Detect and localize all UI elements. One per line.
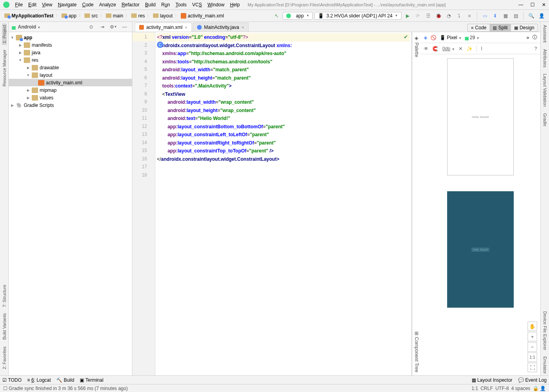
tree-node-gradle[interactable]: ▶🐘Gradle Scripts: [9, 101, 132, 109]
zoom-reset-button[interactable]: 1:1: [528, 352, 537, 362]
menu-vcs[interactable]: VCS: [190, 1, 205, 8]
menu-run[interactable]: Run: [159, 1, 172, 8]
tree-node-activity-main[interactable]: activity_main.xml: [9, 79, 132, 86]
menu-tools[interactable]: Tools: [173, 1, 189, 8]
settings-button[interactable]: ⚙ ▼: [109, 23, 118, 31]
user-button[interactable]: 👤: [537, 11, 546, 20]
code-content[interactable]: <?xml version="1.0" encoding="utf-8"?><a…: [155, 32, 411, 375]
tree-node-app[interactable]: ▼app: [9, 34, 132, 41]
profile-button[interactable]: ◔: [444, 11, 453, 20]
tab-main-activity[interactable]: MainActivity.java×: [193, 23, 249, 32]
apply-changes-button[interactable]: ⟳: [413, 11, 422, 20]
tool-emulator[interactable]: Emulator: [543, 355, 547, 375]
menu-build[interactable]: Build: [143, 1, 158, 8]
tree-node-values[interactable]: ▶values: [9, 94, 132, 101]
menu-analyze[interactable]: Analyze: [97, 1, 119, 8]
tree-node-layout[interactable]: ▼layout: [9, 71, 132, 79]
breadcrumb-item[interactable]: layout: [152, 13, 174, 19]
menu-refactor[interactable]: Refactor: [119, 1, 142, 8]
blueprint-textview[interactable]: Hello World!: [472, 248, 489, 251]
breadcrumb-item[interactable]: res: [130, 13, 146, 19]
code-editor[interactable]: 123456789101112131415161718 <?xml versio…: [132, 32, 412, 375]
tool-event-log[interactable]: 💬 Event Log: [518, 377, 547, 383]
design-surface-button[interactable]: ◈: [424, 35, 427, 40]
tool-terminal[interactable]: ▣ Terminal: [80, 377, 103, 383]
sdk-button[interactable]: ⬇: [491, 11, 499, 20]
cursor-position[interactable]: 1:1: [471, 386, 478, 391]
tool-resource-manager[interactable]: Resource Manager: [2, 48, 7, 88]
palette-tab[interactable]: ◈ Palette: [414, 32, 419, 60]
tool-layout-inspector[interactable]: ▦ Layout Inspector: [472, 377, 513, 383]
tool-device-explorer[interactable]: Device File Explorer: [543, 310, 547, 352]
tree-node-drawable[interactable]: ▶drawable: [9, 64, 132, 71]
encoding[interactable]: UTF-8: [495, 386, 509, 391]
menu-edit[interactable]: Edit: [26, 1, 39, 8]
tab-activity-main[interactable]: activity_main.xml×: [135, 23, 192, 32]
stop-button[interactable]: ■: [465, 11, 474, 20]
tool-build-variants[interactable]: Build Variants: [2, 312, 7, 341]
tool-project[interactable]: 1: Project: [2, 23, 7, 45]
view-code-button[interactable]: ≡ Code: [468, 24, 490, 31]
breadcrumb-item[interactable]: MyApplicationTest: [3, 13, 55, 19]
tree-node-mipmap[interactable]: ▶mipmap: [9, 86, 132, 94]
breadcrumb-item[interactable]: activity_main.xml: [180, 13, 225, 19]
component-tree-tab[interactable]: ⊞ Component Tree: [414, 328, 419, 375]
api-selector[interactable]: ▅ 29 ▼: [465, 35, 480, 40]
tool-logcat[interactable]: ≡ 6: Logcat: [27, 377, 51, 383]
tool-todo[interactable]: ☑ TODO: [2, 377, 22, 383]
zoom-in-button[interactable]: +: [528, 332, 537, 341]
avd-button[interactable]: ▭: [480, 11, 489, 20]
collapse-button[interactable]: ⇥: [98, 23, 107, 31]
menu-code[interactable]: Code: [80, 1, 96, 8]
attach-button[interactable]: ⤵: [455, 11, 463, 20]
close-button[interactable]: ✕: [542, 2, 546, 8]
help-button[interactable]: ?: [534, 46, 537, 51]
eye-button[interactable]: 👁: [424, 46, 428, 51]
tree-node-manifests[interactable]: ▶manifests: [9, 41, 132, 49]
lock-icon[interactable]: 🔒: [533, 386, 539, 391]
hector-icon[interactable]: 👤: [540, 386, 546, 391]
tree-node-java[interactable]: ▶java: [9, 49, 132, 56]
hide-button[interactable]: —: [120, 23, 129, 31]
close-icon[interactable]: ×: [241, 25, 244, 30]
device-dropdown[interactable]: 📱 3.2 HVGA slider (ADP1) API 24 ▼: [314, 12, 402, 20]
tool-gradle[interactable]: Gradle: [543, 112, 547, 128]
tool-layout-validation[interactable]: Layout Validation: [543, 72, 547, 108]
debug-button[interactable]: ☰: [424, 11, 432, 20]
project-view-selector[interactable]: Android ▼: [18, 24, 84, 30]
tool-attributes[interactable]: Attributes: [543, 48, 547, 69]
menu-help[interactable]: Help: [228, 1, 242, 8]
indent[interactable]: 4 spaces: [511, 386, 530, 391]
menu-window[interactable]: Window: [205, 1, 227, 8]
overflow-button[interactable]: »: [526, 35, 529, 40]
maximize-button[interactable]: ☐: [530, 2, 535, 8]
blueprint-preview[interactable]: Hello World!: [447, 191, 514, 308]
layout-inspector-button[interactable]: ▦: [501, 11, 510, 20]
pan-button[interactable]: ✋: [528, 322, 537, 331]
breadcrumb-item[interactable]: app: [60, 13, 78, 19]
view-design-button[interactable]: ▦ Design: [511, 24, 538, 31]
run-config-dropdown[interactable]: app ▼: [283, 12, 313, 20]
tool-build[interactable]: 🔨 Build: [56, 377, 74, 383]
run-button[interactable]: ▶: [403, 11, 412, 20]
clear-constraints-button[interactable]: ✕: [459, 46, 463, 51]
magnet-button[interactable]: 🧲: [432, 46, 438, 51]
close-icon[interactable]: ×: [185, 25, 187, 30]
minimize-button[interactable]: —: [518, 2, 523, 8]
menu-navigate[interactable]: Navigate: [55, 1, 79, 8]
infer-constraints-button[interactable]: ✨: [467, 46, 472, 51]
breadcrumb-item[interactable]: src: [83, 13, 99, 19]
preview-area[interactable]: Hello World! Hello World! ✋ + − 1:1 ⛶: [421, 54, 540, 375]
class-gutter-icon[interactable]: C: [157, 42, 163, 48]
menu-view[interactable]: View: [40, 1, 55, 8]
warnings-button[interactable]: ⓘ: [532, 34, 537, 41]
tool-favorites[interactable]: 2: Favorites: [2, 345, 7, 371]
sync-button[interactable]: ↖: [272, 11, 281, 20]
project-tree[interactable]: ▼app ▶manifests ▶java ▼res ▶drawable ▼la…: [9, 32, 132, 375]
tree-node-res[interactable]: ▼res: [9, 56, 132, 64]
design-preview[interactable]: Hello World!: [447, 58, 514, 175]
menu-file[interactable]: File: [13, 1, 25, 8]
orientation-button[interactable]: 🚫: [430, 35, 436, 40]
line-ending[interactable]: CRLF: [480, 386, 493, 391]
view-split-button[interactable]: ▥ Split: [490, 24, 511, 31]
